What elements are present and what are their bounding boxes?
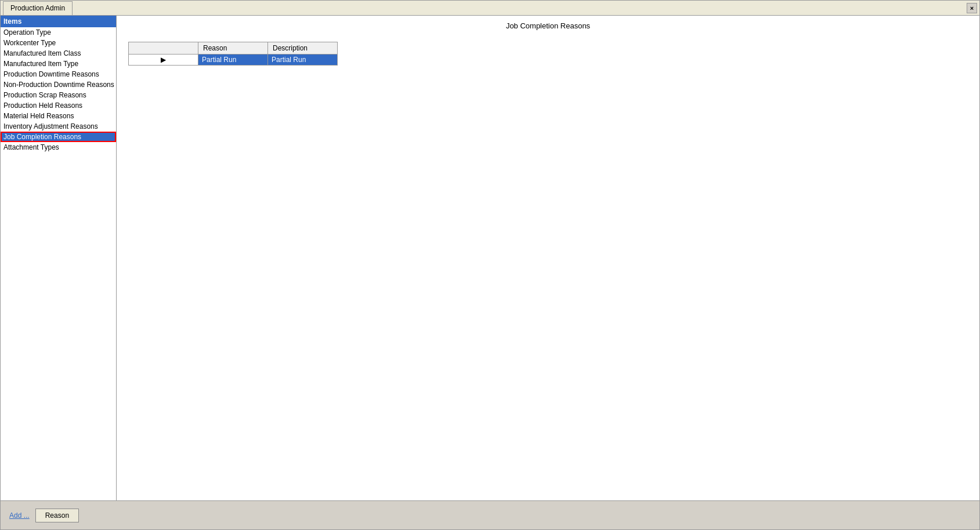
sidebar-item-workcenter-type[interactable]: Workcenter Type xyxy=(1,38,116,48)
sidebar-item-attachment-types[interactable]: Attachment Types xyxy=(1,142,116,153)
title-tab-label: Production Admin xyxy=(10,4,65,12)
sidebar-item-manufactured-item-type[interactable]: Manufactured Item Type xyxy=(1,59,116,69)
sidebar-item-material-held-reasons[interactable]: Material Held Reasons xyxy=(1,111,116,121)
content-area: Items Operation TypeWorkcenter TypeManuf… xyxy=(1,16,979,500)
sidebar-item-production-held-reasons[interactable]: Production Held Reasons xyxy=(1,100,116,111)
row-indicator: ▶ xyxy=(129,55,198,66)
col-indicator xyxy=(129,42,198,55)
close-icon: × xyxy=(970,5,974,12)
table-body: ▶Partial RunPartial Run xyxy=(129,55,338,66)
sidebar-item-operation-type[interactable]: Operation Type xyxy=(1,27,116,38)
table-header-row: Reason Description xyxy=(129,42,338,55)
title-bar: Production Admin × xyxy=(1,1,979,16)
sidebar-header: Items xyxy=(1,16,116,27)
sidebar-item-production-scrap-reasons[interactable]: Production Scrap Reasons xyxy=(1,90,116,100)
sidebar-items: Operation TypeWorkcenter TypeManufacture… xyxy=(1,27,116,153)
col-description: Description xyxy=(268,42,338,55)
sidebar-item-non-production-downtime-reasons[interactable]: Non-Production Downtime Reasons xyxy=(1,79,116,90)
row-reason: Partial Run xyxy=(198,55,268,66)
sidebar-item-manufactured-item-class[interactable]: Manufactured Item Class xyxy=(1,48,116,59)
row-description: Partial Run xyxy=(268,55,338,66)
reason-button[interactable]: Reason xyxy=(35,509,79,522)
sidebar-item-job-completion-reasons[interactable]: Job Completion Reasons xyxy=(1,132,116,142)
add-link[interactable]: Add ... xyxy=(9,511,30,520)
sidebar: Items Operation TypeWorkcenter TypeManuf… xyxy=(1,16,117,500)
close-button[interactable]: × xyxy=(967,3,977,13)
table-row[interactable]: ▶Partial RunPartial Run xyxy=(129,55,338,66)
title-tab[interactable]: Production Admin xyxy=(3,1,73,15)
data-table: Reason Description ▶Partial RunPartial R… xyxy=(128,42,338,66)
main-section-title: Job Completion Reasons xyxy=(117,16,979,36)
footer: Add ... Reason xyxy=(1,500,979,529)
table-area: Reason Description ▶Partial RunPartial R… xyxy=(117,36,979,500)
sidebar-item-inventory-adjustment-reasons[interactable]: Inventory Adjustment Reasons xyxy=(1,121,116,132)
main-area: Job Completion Reasons Reason Descriptio… xyxy=(117,16,979,500)
col-reason: Reason xyxy=(198,42,268,55)
sidebar-item-production-downtime-reasons[interactable]: Production Downtime Reasons xyxy=(1,69,116,79)
main-window: Production Admin × Items Operation TypeW… xyxy=(0,0,980,530)
